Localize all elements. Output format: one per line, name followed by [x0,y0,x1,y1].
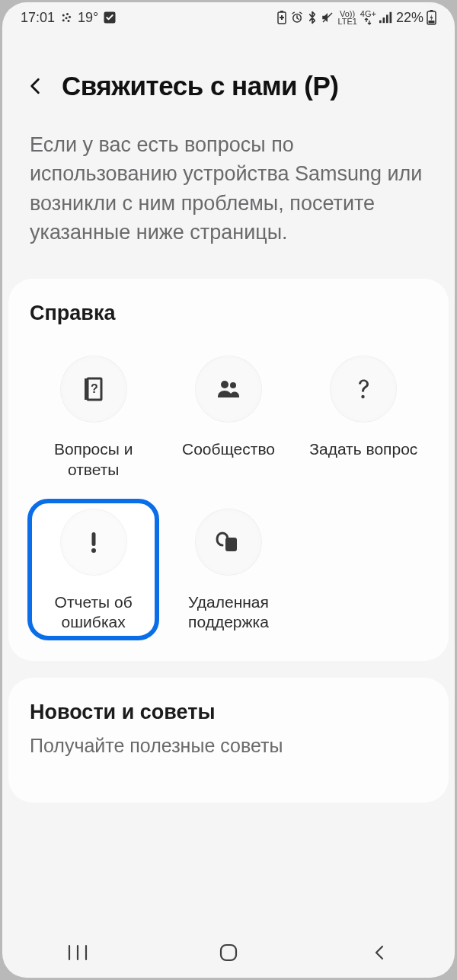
svg-point-23 [221,381,228,388]
volte-indicator: Vo)) LTE1 [337,10,356,25]
battery-saver-icon [276,11,287,24]
svg-point-1 [66,13,69,15]
signal-icon [379,11,393,24]
error-reports-tile[interactable]: Отчеты об ошибках [30,501,157,639]
remote-icon [195,509,262,576]
question-icon [330,356,397,423]
page-title: Свяжитесь с нами (P) [62,71,339,101]
temperature: 19° [78,10,98,26]
community-tile[interactable]: Сообщество [165,348,292,486]
remote-support-label: Удаленная поддержка [168,592,289,633]
faq-icon: ? [60,356,127,423]
community-label: Сообщество [182,439,275,459]
svg-text:?: ? [91,382,98,395]
nav-back-button[interactable] [349,936,410,969]
svg-point-25 [362,395,365,398]
system-navbar [2,927,455,978]
ask-label: Задать вопрос [309,439,417,459]
news-card[interactable]: Новости и советы Получайте полезные сове… [8,678,449,803]
back-button[interactable] [22,73,48,99]
help-card-title: Справка [30,302,427,325]
bluetooth-icon [307,11,318,24]
exclamation-icon [60,509,127,576]
help-grid: ? Вопросы и ответы Сообщество Задать воп… [30,348,427,638]
recents-button[interactable] [47,936,108,969]
weather-icon [59,11,73,24]
mute-icon [321,11,334,24]
news-subtitle: Получайте полезные советы [30,735,427,757]
svg-rect-26 [91,532,95,546]
svg-point-24 [230,382,236,388]
home-button[interactable] [198,936,259,969]
alarm-icon [290,11,304,24]
svg-point-4 [62,19,65,21]
community-icon [195,356,262,423]
news-title: Новости и советы [30,701,427,724]
svg-rect-13 [379,21,382,24]
svg-rect-32 [221,945,236,960]
help-card: Справка ? Вопросы и ответы Сообщество За… [8,279,449,661]
check-icon [103,11,117,24]
svg-point-2 [66,17,68,19]
svg-rect-14 [382,18,385,23]
device-frame: 17:01 19° Vo)) LTE1 [2,2,455,978]
content-fade [2,882,455,927]
ask-tile[interactable]: Задать вопрос [300,348,427,486]
svg-rect-19 [429,21,435,24]
error-reports-label: Отчеты об ошибках [33,592,154,633]
intro-text: Если у вас есть вопросы по использованию… [2,124,455,279]
faq-tile[interactable]: ? Вопросы и ответы [30,348,157,486]
battery-icon [427,10,436,25]
svg-rect-15 [386,14,388,23]
svg-rect-16 [389,12,391,23]
network-type: 4G+ [360,10,376,25]
statusbar: 17:01 19° Vo)) LTE1 [2,2,455,33]
svg-point-0 [62,14,65,17]
svg-rect-8 [280,11,283,12]
remote-support-tile[interactable]: Удаленная поддержка [165,501,292,639]
page-header: Свяжитесь с нами (P) [2,33,455,124]
battery-percent: 22% [396,10,423,26]
svg-rect-10 [280,17,284,18]
svg-point-27 [91,548,96,553]
clock: 17:01 [21,10,55,26]
svg-point-5 [68,20,70,22]
svg-rect-18 [430,10,433,11]
svg-point-3 [69,16,71,18]
faq-label: Вопросы и ответы [33,439,154,480]
